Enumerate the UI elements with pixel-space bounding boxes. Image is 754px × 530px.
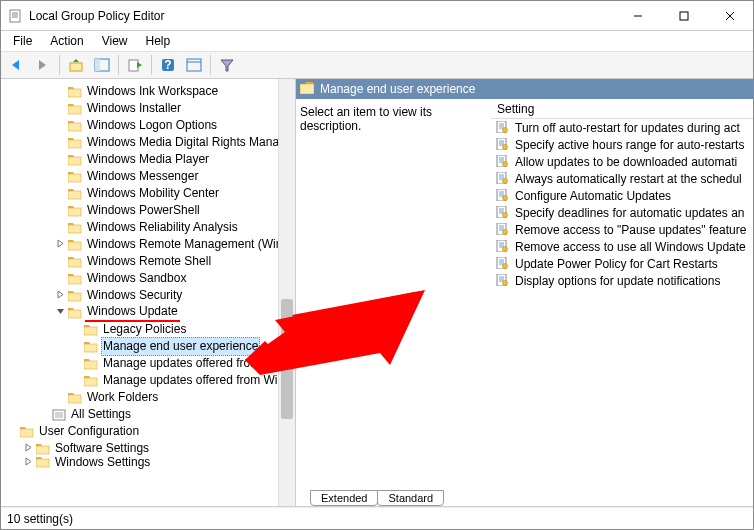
tab-extended[interactable]: Extended xyxy=(310,490,378,506)
tree-scrollbar[interactable] xyxy=(278,79,295,506)
tree-item[interactable]: Windows Settings xyxy=(1,457,294,467)
tree-item-label: Windows Security xyxy=(85,287,184,304)
tree-item[interactable]: All Settings xyxy=(1,406,294,423)
tree-item-label: Windows Settings xyxy=(53,454,152,471)
folder-icon xyxy=(67,289,83,303)
tree-item[interactable]: Windows Update xyxy=(1,304,294,321)
setting-label: Allow updates to be downloaded automati xyxy=(515,155,737,169)
folder-icon xyxy=(67,119,83,133)
right-pane: Manage end user experience Select an ite… xyxy=(296,79,753,506)
setting-item[interactable]: Turn off auto-restart for updates during… xyxy=(491,119,753,136)
svg-point-67 xyxy=(503,161,508,166)
tree-item[interactable]: Windows Messenger xyxy=(1,168,294,185)
tree-item[interactable]: Legacy Policies xyxy=(1,321,294,338)
tree-item-label: Windows Remote Shell xyxy=(85,253,213,270)
help-button[interactable]: ? xyxy=(156,54,180,76)
tree-item[interactable]: User Configuration xyxy=(1,423,294,440)
svg-rect-5 xyxy=(680,12,688,20)
description-column: Select an item to view its description. xyxy=(296,99,491,484)
tree-item[interactable]: Work Folders xyxy=(1,389,294,406)
tree-item-label: Manage end user experience xyxy=(101,337,260,356)
tabs: Extended Standard xyxy=(296,484,753,506)
setting-item[interactable]: Display options for update notifications xyxy=(491,272,753,289)
statusbar: 10 setting(s) xyxy=(1,507,753,529)
tree-item-label: Windows Update xyxy=(85,303,180,322)
setting-item[interactable]: Update Power Policy for Cart Restarts xyxy=(491,255,753,272)
tree-item-label: All Settings xyxy=(69,406,133,423)
tree-item[interactable]: Windows Media Player xyxy=(1,151,294,168)
svg-marker-9 xyxy=(39,60,46,70)
tree-item[interactable]: Windows Mobility Center xyxy=(1,185,294,202)
chevron-down-icon[interactable] xyxy=(53,304,67,321)
svg-rect-18 xyxy=(187,59,201,71)
tree-item[interactable]: Manage updates offered from Win xyxy=(1,355,294,372)
setting-label: Remove access to "Pause updates" feature xyxy=(515,223,746,237)
tree-item[interactable]: Windows Reliability Analysis xyxy=(1,219,294,236)
svg-rect-33 xyxy=(68,276,81,284)
svg-rect-35 xyxy=(68,293,81,301)
svg-point-102 xyxy=(503,280,508,285)
svg-marker-15 xyxy=(137,62,142,68)
svg-rect-51 xyxy=(36,459,49,467)
svg-rect-0 xyxy=(10,10,20,22)
tree-item-label: Windows Installer xyxy=(85,100,183,117)
tree-item-label: Manage updates offered from Win xyxy=(101,355,286,372)
tree-item[interactable]: Manage end user experience xyxy=(1,338,294,355)
export-button[interactable] xyxy=(123,54,147,76)
setting-item[interactable]: Configure Automatic Updates xyxy=(491,187,753,204)
right-pane-header: Manage end user experience xyxy=(296,79,753,99)
svg-rect-47 xyxy=(20,429,33,437)
window-title: Local Group Policy Editor xyxy=(29,9,615,23)
filter-button[interactable] xyxy=(215,54,239,76)
tree-item-label: Windows Sandbox xyxy=(85,270,188,287)
svg-point-77 xyxy=(503,195,508,200)
folder-icon xyxy=(83,374,99,388)
close-button[interactable] xyxy=(707,1,753,31)
setting-item[interactable]: Remove access to "Pause updates" feature xyxy=(491,221,753,238)
tree-item[interactable]: Windows Logon Options xyxy=(1,117,294,134)
back-button[interactable] xyxy=(5,54,29,76)
tree-item[interactable]: Windows Security xyxy=(1,287,294,304)
setting-item[interactable]: Remove access to use all Windows Update xyxy=(491,238,753,255)
tree-item[interactable]: Windows Media Digital Rights Manage xyxy=(1,134,294,151)
tree-item[interactable]: Windows PowerShell xyxy=(1,202,294,219)
svg-rect-22 xyxy=(68,106,81,114)
tree-item[interactable]: Windows Sandbox xyxy=(1,270,294,287)
svg-marker-34 xyxy=(58,291,63,298)
tab-standard[interactable]: Standard xyxy=(377,490,444,506)
column-header-setting[interactable]: Setting xyxy=(491,99,753,119)
maximize-button[interactable] xyxy=(661,1,707,31)
tree-item[interactable]: Manage updates offered from Win xyxy=(1,372,294,389)
show-hide-tree-button[interactable] xyxy=(90,54,114,76)
folder-icon xyxy=(67,136,83,150)
svg-point-72 xyxy=(503,178,508,183)
menubar: File Action View Help xyxy=(1,31,753,51)
folder-icon xyxy=(19,425,35,439)
chevron-right-icon[interactable] xyxy=(53,236,67,253)
tree-item[interactable]: Windows Ink Workspace xyxy=(1,83,294,100)
up-button[interactable] xyxy=(64,54,88,76)
setting-item[interactable]: Allow updates to be downloaded automati xyxy=(491,153,753,170)
setting-label: Display options for update notifications xyxy=(515,274,720,288)
forward-button[interactable] xyxy=(31,54,55,76)
menu-action[interactable]: Action xyxy=(42,32,91,50)
minimize-button[interactable] xyxy=(615,1,661,31)
setting-item[interactable]: Specify active hours range for auto-rest… xyxy=(491,136,753,153)
tree-item-label: Windows PowerShell xyxy=(85,202,202,219)
main-area: Windows Ink WorkspaceWindows InstallerWi… xyxy=(1,79,753,507)
setting-item[interactable]: Specify deadlines for automatic updates … xyxy=(491,204,753,221)
svg-rect-21 xyxy=(68,89,81,97)
setting-item[interactable]: Always automatically restart at the sche… xyxy=(491,170,753,187)
menu-help[interactable]: Help xyxy=(138,32,179,50)
tree-item[interactable]: Windows Remote Management (WinR xyxy=(1,236,294,253)
chevron-right-icon[interactable] xyxy=(21,454,35,471)
tree-item[interactable]: Windows Remote Shell xyxy=(1,253,294,270)
properties-button[interactable] xyxy=(182,54,206,76)
setting-label: Update Power Policy for Cart Restarts xyxy=(515,257,718,271)
chevron-right-icon[interactable] xyxy=(53,287,67,304)
menu-file[interactable]: File xyxy=(5,32,40,50)
tree-item[interactable]: Windows Installer xyxy=(1,100,294,117)
folder-icon xyxy=(35,442,51,456)
policy-icon xyxy=(495,240,511,254)
menu-view[interactable]: View xyxy=(94,32,136,50)
